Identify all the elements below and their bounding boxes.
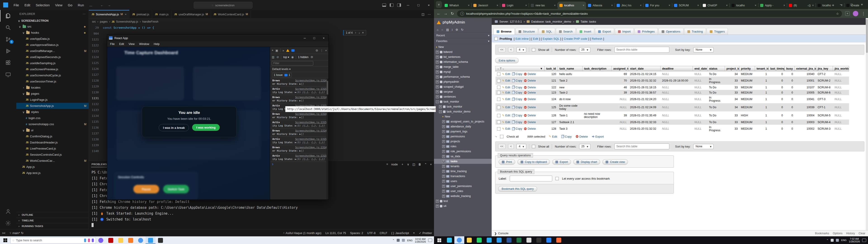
tree-item-dashboardheader-js[interactable]: JSDashboardHeader.js: [16, 140, 89, 146]
close-tab-icon[interactable]: ×: [583, 4, 584, 7]
tree-item-ui[interactable]: ∨ui: [16, 127, 89, 133]
console-filter-input[interactable]: [272, 61, 313, 65]
cell-start_date[interactable]: 2026-01-20 01:32:32: [628, 125, 660, 133]
cell-task_id[interactable]: 123: [545, 90, 558, 95]
browser-tab-javascri[interactable]: Javascri×: [471, 2, 500, 9]
cell-status[interactable]: To Do: [707, 90, 725, 95]
section-timeline[interactable]: ›TIMELINE: [16, 218, 89, 223]
new-terminal-icon[interactable]: ＋: [401, 162, 404, 166]
cell-deadline[interactable]: NULL: [660, 85, 692, 90]
tree-item-app-js[interactable]: JSApp.js: [16, 164, 89, 170]
tree-item-useelapsedseconds-js[interactable]: JSuseElapsedSeconds.js: [16, 54, 89, 60]
copy-link[interactable]: Copy: [512, 91, 522, 94]
taskbar-app-chrome[interactable]: [135, 237, 146, 244]
terminal-name[interactable]: node: [391, 163, 398, 166]
cell-task_id[interactable]: 128: [545, 125, 558, 133]
browser-tab-localho[interactable]: localho×: [730, 2, 758, 9]
page-select[interactable]: 4▾: [517, 47, 526, 53]
tree-item-useappdata-js[interactable]: JSuseAppData.js: [16, 36, 89, 42]
expander-icon[interactable]: +: [442, 180, 445, 183]
with-selected-copy[interactable]: Copy: [561, 135, 572, 138]
cell-last_timing[interactable]: 0: [769, 85, 784, 90]
cell-status[interactable]: To Do: [707, 71, 725, 77]
breadcrumb-server[interactable]: Server: 127.0.0.1: [499, 20, 522, 23]
cell-tenant_id[interactable]: 1: [755, 90, 769, 95]
edit-link[interactable]: ✎Edit: [502, 86, 510, 89]
copy-link[interactable]: Copy: [512, 98, 522, 101]
docs-icon[interactable]: i: [452, 28, 453, 31]
close-tab-icon[interactable]: ×: [726, 4, 727, 7]
cell-task_description[interactable]: [582, 77, 612, 85]
cell-external_jira_id[interactable]: 10039: [795, 103, 816, 111]
cell-project_id[interactable]: 34: [725, 71, 739, 77]
expander-icon[interactable]: +: [442, 140, 445, 143]
tray-icon[interactable]: [402, 239, 405, 242]
nav-item-performance-schema[interactable]: +performance_schema: [434, 74, 492, 79]
profiling-link-edit-inline[interactable]: [ Edit inline ]: [514, 37, 530, 40]
taskbar-app-terminal[interactable]: [534, 236, 544, 244]
panel-tab-problems[interactable]: PROBLEMS: [91, 161, 107, 167]
switch-task-button[interactable]: Switch Task: [163, 185, 189, 193]
delete-link[interactable]: Delete: [524, 72, 536, 76]
nav-item-bdword[interactable]: +bdword: [434, 50, 492, 55]
column-header-busy[interactable]: busy: [784, 66, 795, 71]
cell-last_timing[interactable]: 0: [769, 103, 784, 111]
warning-icon[interactable]: [286, 49, 289, 52]
menu-item-edit[interactable]: Edit: [22, 2, 33, 8]
prev-page-button[interactable]: <: [508, 144, 514, 149]
language-indicator[interactable]: ENG: [407, 239, 412, 242]
expander-icon[interactable]: -: [436, 100, 439, 103]
console-entry[interactable]: ScreenshotApp.js:1314Browser History Sta…: [270, 95, 329, 103]
column-header-jira_worklog_id[interactable]: jira_worklog_id: [833, 66, 849, 71]
expander-icon[interactable]: +: [436, 65, 439, 68]
cell-assigned_to[interactable]: NULL: [612, 103, 628, 111]
cell-busy[interactable]: 0: [784, 103, 795, 111]
browser-tab-localho[interactable]: localho×: [816, 2, 844, 9]
edit-link[interactable]: ✎Edit: [502, 121, 510, 124]
pma-tab-operations[interactable]: Operations: [658, 28, 684, 35]
column-header-task_description[interactable]: task_description: [582, 66, 612, 71]
cell-task_name[interactable]: Task-1: [558, 111, 582, 120]
cell-task_name[interactable]: hello asifu: [558, 71, 582, 77]
cell-task_id[interactable]: 121: [545, 77, 558, 85]
cell-priority[interactable]: MEDIUM: [739, 120, 755, 125]
cell-last_timing[interactable]: 0: [769, 125, 784, 133]
show-all-checkbox[interactable]: [532, 145, 535, 148]
close-tab-icon[interactable]: ×: [468, 4, 469, 7]
cell-jira_worklog_id[interactable]: NULL: [833, 77, 849, 85]
tree-item-usescreenpreview-js[interactable]: JSuseScreenPreview.js: [16, 66, 89, 72]
edit-link[interactable]: ✎Edit: [502, 127, 510, 130]
cell-start_date[interactable]: 2026-01-20 01:35:49: [628, 111, 660, 120]
source-link[interactable]: ScreenshotApp.js:1314: [295, 79, 327, 82]
row-checkbox[interactable]: [497, 106, 500, 109]
rows-select[interactable]: 25▾: [579, 47, 590, 53]
edit-link[interactable]: ✎Edit: [502, 106, 510, 109]
nav-item-sa-data[interactable]: +sa_data: [434, 154, 492, 159]
cell-task_description[interactable]: [582, 71, 612, 77]
nav-item-task-monitor-demo[interactable]: -task_monitor_demo: [434, 109, 492, 114]
close-tab-icon[interactable]: ×: [783, 4, 785, 7]
maximize-button[interactable]: □: [309, 35, 319, 41]
clear-console-icon[interactable]: ⊘: [276, 55, 279, 59]
close-tab-icon[interactable]: ×: [525, 4, 527, 7]
git-branch[interactable]: ⑂ main* ↻: [7, 231, 26, 235]
cell-project_id[interactable]: 33: [725, 125, 739, 133]
cell-tenant_id[interactable]: 1: [755, 95, 769, 103]
expander-icon[interactable]: +: [436, 75, 439, 79]
taskbar-app-file-explorer[interactable]: [464, 236, 474, 244]
log-levels-dropdown[interactable]: Default levels ▾: [272, 67, 290, 71]
taskbar-app-telegram[interactable]: [484, 236, 494, 244]
cell-tenant_id[interactable]: 1: [755, 85, 769, 90]
section-outline[interactable]: ›OUTLINE: [16, 212, 89, 218]
nav-item-sentences[interactable]: +sentences: [434, 94, 492, 99]
cell-jira_worklog_id[interactable]: NULL: [833, 90, 849, 95]
copy-link[interactable]: Copy: [512, 114, 522, 117]
edit-link[interactable]: ✎Edit: [502, 114, 510, 117]
cell-external_jira_id[interactable]: 10040: [795, 71, 816, 77]
devtools-menu-icon[interactable]: ⋮: [320, 49, 323, 52]
cell-project_id[interactable]: 34: [725, 95, 739, 103]
tree-item-loginpage-js[interactable]: JSLoginPage.js: [16, 97, 89, 103]
accounts-icon[interactable]: [0, 206, 16, 217]
source-link[interactable]: ScreenshotApp.js:1314: [295, 129, 327, 132]
delete-link[interactable]: Delete: [524, 79, 536, 82]
